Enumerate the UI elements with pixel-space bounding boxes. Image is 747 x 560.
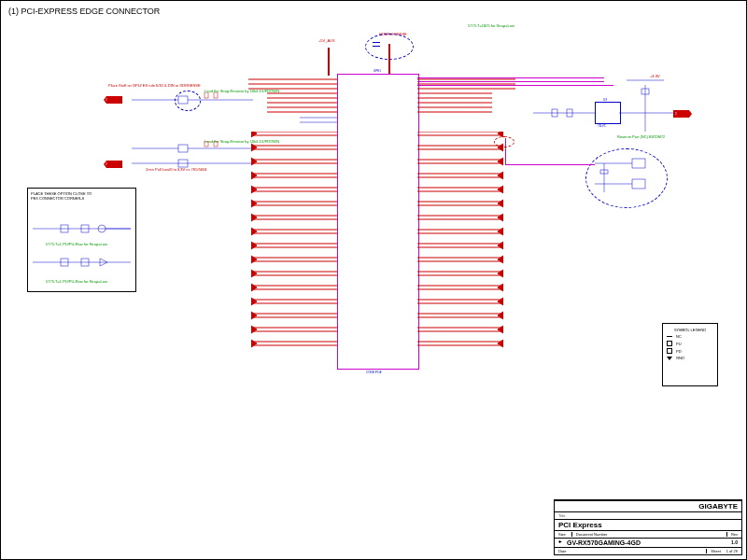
svg-marker-42 bbox=[251, 172, 257, 179]
svg-marker-102 bbox=[498, 228, 503, 235]
right-rc-net bbox=[533, 76, 683, 141]
svg-rect-135 bbox=[632, 179, 645, 189]
label-5vaux: +5V_AUX bbox=[318, 38, 335, 43]
svg-marker-66 bbox=[251, 284, 257, 291]
svg-marker-87 bbox=[498, 158, 503, 165]
svg-marker-78 bbox=[251, 340, 257, 347]
legend-row: PD bbox=[667, 348, 713, 354]
connector-refdes: UPE1 bbox=[374, 69, 381, 73]
left-cluster-1 bbox=[132, 92, 253, 117]
svg-marker-36 bbox=[251, 144, 257, 151]
svg-marker-48 bbox=[251, 200, 257, 207]
tx-lanes bbox=[251, 132, 337, 370]
legend-row: PU bbox=[667, 341, 713, 346]
bus-vert-top2 bbox=[388, 44, 390, 76]
svg-marker-54 bbox=[251, 228, 257, 235]
offpage-left-1: 2 bbox=[104, 96, 122, 104]
detail-note-1: 5775:T=1 PU/PU-Row for Strap=Low bbox=[46, 242, 107, 246]
note-top-green: 5775:T=1825 for Strap=Low bbox=[468, 23, 514, 28]
wire-m4 bbox=[505, 164, 595, 165]
svg-rect-6 bbox=[178, 145, 188, 152]
doc-number: GV-RX570GAMING-4GD bbox=[567, 539, 641, 546]
svg-marker-93 bbox=[498, 186, 503, 193]
svg-marker-90 bbox=[498, 172, 503, 179]
svg-marker-60 bbox=[251, 256, 257, 263]
svg-marker-51 bbox=[251, 214, 257, 221]
svg-marker-117 bbox=[498, 298, 503, 305]
left-cluster-3 bbox=[132, 158, 253, 173]
page-title: (1) PCI-EXPRESS EDGE CONNECTOR bbox=[8, 7, 160, 16]
svg-marker-39 bbox=[251, 158, 257, 165]
svg-marker-96 bbox=[498, 200, 503, 207]
bus-vert-top1 bbox=[328, 48, 330, 76]
svg-rect-4 bbox=[214, 92, 218, 98]
svg-marker-99 bbox=[498, 214, 503, 221]
wire bbox=[373, 42, 380, 43]
svg-marker-123 bbox=[498, 326, 503, 333]
svg-rect-134 bbox=[632, 159, 645, 168]
svg-marker-33 bbox=[251, 132, 257, 137]
svg-marker-45 bbox=[251, 186, 257, 193]
note-reserve: Reserve Part (NC) B3T2M72 bbox=[617, 134, 665, 139]
title-block: GIGABYTE Title PCI Express Size Document… bbox=[554, 499, 742, 555]
svg-marker-57 bbox=[251, 242, 257, 249]
offpage-right: 2 bbox=[673, 110, 692, 118]
detail-header: PLACE THESE OPTION CLOSE TO PEX CONNECTO… bbox=[31, 191, 92, 201]
svg-marker-63 bbox=[251, 270, 257, 277]
offpage-left-2: 2 bbox=[104, 161, 122, 168]
svg-rect-9 bbox=[204, 141, 208, 147]
detail-note-2: 5775:T=1 PU/PU-Row for Strap=Low bbox=[46, 279, 107, 284]
note-left-red-1: Place Stuff on GPU/ ES rule 6/10 & DIN o… bbox=[108, 83, 201, 88]
rx-lanes bbox=[417, 132, 503, 370]
svg-marker-75 bbox=[251, 326, 257, 333]
legend-row: GND bbox=[667, 356, 713, 360]
svg-rect-10 bbox=[214, 141, 218, 147]
svg-marker-126 bbox=[498, 340, 503, 347]
pcie-connector-symbol: UPE1 CONN PCIE bbox=[337, 74, 419, 370]
highlight-ellipse-small bbox=[494, 136, 514, 147]
svg-marker-120 bbox=[498, 312, 503, 319]
svg-marker-111 bbox=[498, 270, 503, 277]
wire bbox=[373, 46, 380, 47]
company: GIGABYTE bbox=[698, 502, 738, 511]
svg-rect-3 bbox=[204, 92, 208, 98]
reserve-parts bbox=[595, 155, 660, 295]
rail-right-1: +3.3V bbox=[650, 74, 660, 78]
connector-part: CONN PCIE bbox=[366, 371, 382, 374]
svg-marker-114 bbox=[498, 284, 503, 291]
legend-title: SYMBOL LEGEND bbox=[667, 328, 713, 332]
svg-rect-0 bbox=[178, 96, 188, 104]
detail-circuit bbox=[33, 216, 131, 286]
sheet-title: PCI Express bbox=[558, 521, 602, 529]
svg-marker-72 bbox=[251, 312, 257, 319]
svg-marker-105 bbox=[498, 242, 503, 249]
svg-marker-108 bbox=[498, 256, 503, 263]
symbol-legend: SYMBOL LEGEND NC PU PD GND bbox=[662, 323, 718, 386]
svg-marker-69 bbox=[251, 298, 257, 305]
legend-row: NC bbox=[667, 334, 713, 339]
schematic-sheet: (1) PCI-EXPRESS EDGE CONNECTOR 5775:T=18… bbox=[0, 0, 747, 560]
